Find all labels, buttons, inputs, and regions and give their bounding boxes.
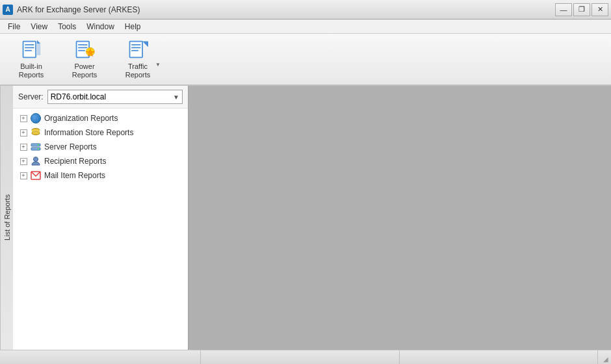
power-reports-icon xyxy=(73,39,96,60)
status-section-3 xyxy=(400,350,598,364)
svg-rect-0 xyxy=(23,41,36,57)
menu-help[interactable]: Help xyxy=(120,20,146,33)
org-icon xyxy=(30,112,42,124)
tree-item-org[interactable]: + Organization Reports xyxy=(13,111,188,125)
svg-rect-3 xyxy=(25,50,32,51)
traffic-reports-icon xyxy=(126,39,150,60)
svg-rect-8 xyxy=(78,47,87,48)
svg-rect-13 xyxy=(131,44,140,46)
menu-tools[interactable]: Tools xyxy=(53,20,81,33)
tree-item-server[interactable]: + Server Reports xyxy=(13,140,188,154)
server-selector: Server: RD76.orbit.local ▼ xyxy=(13,86,188,109)
svg-rect-20 xyxy=(32,130,40,133)
expander-box-server: + xyxy=(20,144,27,151)
svg-point-24 xyxy=(38,148,39,150)
builtin-reports-label: Built-in Reports xyxy=(8,62,54,79)
expander-infostore[interactable]: + xyxy=(18,127,29,138)
tree-item-recipient[interactable]: + Recipient Reports xyxy=(13,154,188,168)
content-area xyxy=(188,86,611,350)
infostore-reports-label: Information Store Reports xyxy=(44,128,133,137)
tree-panel: Server: RD76.orbit.local ▼ + Organizatio… xyxy=(13,86,188,350)
title-text: ARK for Exchange Server (ARKES) xyxy=(17,5,140,14)
power-reports-button[interactable]: Power Reports xyxy=(58,37,110,81)
svg-rect-12 xyxy=(130,41,143,57)
builtin-reports-icon xyxy=(20,39,43,60)
builtin-reports-button[interactable]: Built-in Reports xyxy=(5,37,57,81)
svg-marker-16 xyxy=(142,41,148,47)
svg-marker-4 xyxy=(37,40,40,44)
minimize-button[interactable]: — xyxy=(555,3,572,16)
org-reports-label: Organization Reports xyxy=(44,114,118,123)
traffic-reports-button[interactable]: Traffic Reports ▼ xyxy=(112,37,164,81)
tree-item-infostore[interactable]: + Information Store Reports xyxy=(13,125,188,140)
toolbar: Built-in Reports Power Reports xyxy=(0,34,611,86)
power-reports-label: Power Reports xyxy=(62,62,107,79)
svg-rect-7 xyxy=(78,44,87,46)
expander-recipient[interactable]: + xyxy=(18,156,29,166)
status-section-2 xyxy=(201,350,399,364)
recipient-icon xyxy=(30,155,42,167)
resize-grip-icon: ◢ xyxy=(598,352,608,363)
mailitem-icon xyxy=(30,170,42,181)
main-area: List of Reports Server: RD76.orbit.local… xyxy=(0,86,611,350)
svg-rect-2 xyxy=(25,47,34,48)
dropdown-arrow-icon: ▼ xyxy=(173,94,179,101)
status-bar: ◢ xyxy=(0,350,611,364)
menu-bar: File View Tools Window Help xyxy=(0,20,611,34)
close-button[interactable]: ✕ xyxy=(592,3,608,16)
expander-mailitem[interactable]: + xyxy=(18,170,29,181)
title-bar-left: A ARK for Exchange Server (ARKES) xyxy=(3,5,140,15)
tree-content: + Organization Reports + xyxy=(13,109,188,350)
svg-point-25 xyxy=(34,157,38,162)
title-bar: A ARK for Exchange Server (ARKES) — ❐ ✕ xyxy=(0,0,611,20)
svg-rect-15 xyxy=(131,50,138,51)
status-section-1 xyxy=(3,350,201,364)
expander-box-recipient: + xyxy=(20,158,27,165)
server-reports-label: Server Reports xyxy=(44,142,97,151)
side-panel: List of Reports Server: RD76.orbit.local… xyxy=(0,86,188,350)
traffic-reports-dropdown-arrow: ▼ xyxy=(155,62,161,68)
server-tree-icon xyxy=(30,141,42,153)
expander-box-mailitem: + xyxy=(20,172,27,179)
maximize-button[interactable]: ❐ xyxy=(573,3,590,16)
menu-window[interactable]: Window xyxy=(81,20,120,33)
svg-rect-14 xyxy=(131,47,140,48)
title-controls: — ❐ ✕ xyxy=(555,3,608,16)
expander-box-infostore: + xyxy=(20,129,27,136)
app-icon: A xyxy=(3,5,13,15)
recipient-reports-label: Recipient Reports xyxy=(44,157,106,166)
server-dropdown-value: RD76.orbit.local xyxy=(51,92,106,101)
svg-point-23 xyxy=(38,144,39,146)
server-dropdown[interactable]: RD76.orbit.local ▼ xyxy=(47,90,183,104)
menu-view[interactable]: View xyxy=(25,20,53,33)
svg-rect-9 xyxy=(78,50,85,51)
menu-file[interactable]: File xyxy=(3,20,25,33)
expander-server[interactable]: + xyxy=(18,142,29,152)
expander-box-org: + xyxy=(20,115,27,122)
tree-item-mailitem[interactable]: + Mail Item Reports xyxy=(13,168,188,183)
mailitem-reports-label: Mail Item Reports xyxy=(44,171,105,180)
list-of-reports-label[interactable]: List of Reports xyxy=(0,86,13,350)
svg-rect-1 xyxy=(25,44,34,46)
server-label: Server: xyxy=(18,92,44,101)
traffic-reports-label: Traffic Reports xyxy=(115,62,161,79)
infostore-icon xyxy=(30,127,42,138)
svg-rect-5 xyxy=(37,44,40,55)
expander-org[interactable]: + xyxy=(18,113,29,124)
